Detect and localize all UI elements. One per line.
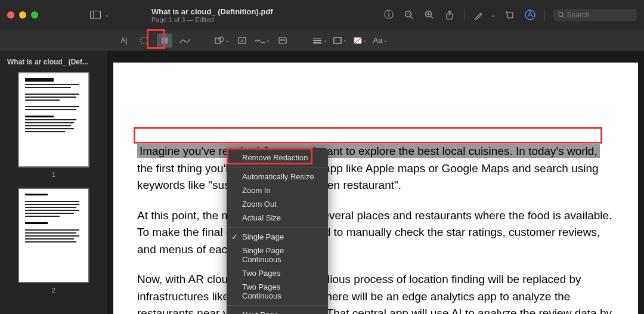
- menu-two-pages-continuous[interactable]: Two Pages Continuous: [227, 280, 328, 303]
- note-icon[interactable]: [275, 33, 290, 48]
- document-title: What is ar cloud_ (Definition).pdf: [151, 7, 273, 16]
- sidebar-dropdown-icon[interactable]: ⌄: [105, 12, 110, 18]
- thumbnail-1[interactable]: 1: [7, 72, 100, 178]
- title-section: What is ar cloud_ (Definition).pdf Page …: [151, 7, 273, 23]
- share-icon[interactable]: [444, 9, 456, 21]
- menu-separator: [227, 305, 328, 306]
- toolbar-right: ⓘ ⌄: [383, 9, 637, 21]
- shapes-icon[interactable]: ⌄: [214, 33, 230, 48]
- border-style-icon[interactable]: ⌄: [312, 33, 327, 48]
- thumb-number: 2: [52, 287, 55, 294]
- thumb-number: 1: [52, 171, 55, 178]
- search-input[interactable]: [567, 11, 632, 19]
- highlight-icon[interactable]: [473, 9, 485, 21]
- close-window-button[interactable]: [7, 11, 14, 18]
- thumbnail-sidebar: What is ar cloud_ (Def...: [0, 51, 107, 314]
- svg-rect-0: [91, 11, 101, 19]
- text-selection-icon[interactable]: A|: [116, 33, 132, 48]
- document-viewer[interactable]: Imagine you've reached Japan and want to…: [107, 51, 644, 314]
- zoom-in-icon[interactable]: [423, 9, 435, 21]
- fill-color-icon[interactable]: ⌄: [352, 33, 368, 48]
- menu-two-pages[interactable]: Two Pages: [227, 266, 328, 280]
- border-color-icon[interactable]: ⌄: [332, 33, 348, 48]
- document-subtitle: Page 1 of 3 — Edited: [151, 16, 273, 23]
- menu-zoom-in[interactable]: Zoom In: [227, 184, 328, 197]
- markup-toolbar: A| ⌄ A ⌄ ⌄ ⌄ ⌄ Aa⌄: [0, 30, 644, 51]
- sidebar-title: What is ar cloud_ (Def...: [7, 58, 100, 66]
- svg-line-3: [411, 17, 413, 19]
- markup-icon[interactable]: [524, 9, 536, 21]
- info-icon[interactable]: ⓘ: [383, 9, 395, 21]
- svg-line-6: [431, 17, 434, 19]
- svg-line-14: [562, 16, 564, 18]
- rotate-icon[interactable]: [504, 9, 516, 21]
- svg-rect-16: [162, 38, 168, 43]
- maximize-window-button[interactable]: [31, 11, 38, 18]
- toolbar-separator: [544, 9, 545, 21]
- sign-icon[interactable]: ⌄: [255, 33, 270, 48]
- zoom-out-icon[interactable]: [403, 9, 415, 21]
- svg-rect-11: [507, 13, 513, 18]
- titlebar: ⌄ What is ar cloud_ (Definition).pdf Pag…: [0, 0, 644, 30]
- rectangle-selection-icon[interactable]: [137, 33, 152, 48]
- svg-point-13: [559, 13, 563, 17]
- highlight-dropdown-icon[interactable]: ⌄: [491, 12, 496, 18]
- search-box[interactable]: [553, 9, 637, 21]
- menu-single-page-continuous[interactable]: Single Page Continuous: [227, 244, 328, 266]
- svg-text:A: A: [240, 38, 244, 43]
- sidebar-toggle-icon[interactable]: [89, 9, 101, 21]
- toolbar-separator: [464, 9, 465, 21]
- redact-icon[interactable]: [157, 33, 172, 48]
- svg-rect-15: [141, 38, 148, 43]
- text-style-icon[interactable]: Aa⌄: [373, 33, 388, 48]
- menu-actual-size[interactable]: Actual Size: [227, 211, 328, 225]
- paragraph-1: Imagine you've reached Japan and want to…: [137, 143, 614, 194]
- paragraph-2: At this point, the map app will show sev…: [137, 207, 614, 259]
- context-menu: Remove Redaction Automatically Resize Zo…: [227, 148, 328, 314]
- thumbnail-2[interactable]: 2: [7, 188, 100, 294]
- menu-zoom-out[interactable]: Zoom Out: [227, 197, 328, 211]
- menu-single-page[interactable]: Single Page: [227, 230, 328, 244]
- menu-separator: [227, 227, 328, 228]
- menu-separator: [227, 167, 328, 167]
- svg-rect-28: [334, 38, 341, 43]
- redacted-text[interactable]: Imagine you've reached Japan and want to…: [137, 144, 600, 158]
- menu-remove-redaction[interactable]: Remove Redaction: [227, 151, 328, 164]
- menu-next-page[interactable]: Next Page: [227, 308, 328, 314]
- sketch-icon[interactable]: [177, 33, 193, 48]
- paragraph-3: Now, with AR cloud coming in, that tedio…: [137, 271, 614, 314]
- svg-point-18: [219, 37, 224, 42]
- traffic-lights: [7, 11, 38, 18]
- text-box-icon[interactable]: A: [234, 33, 250, 48]
- minimize-window-button[interactable]: [19, 11, 26, 18]
- document-page: Imagine you've reached Japan and want to…: [113, 63, 638, 314]
- menu-auto-resize[interactable]: Automatically Resize: [227, 170, 328, 184]
